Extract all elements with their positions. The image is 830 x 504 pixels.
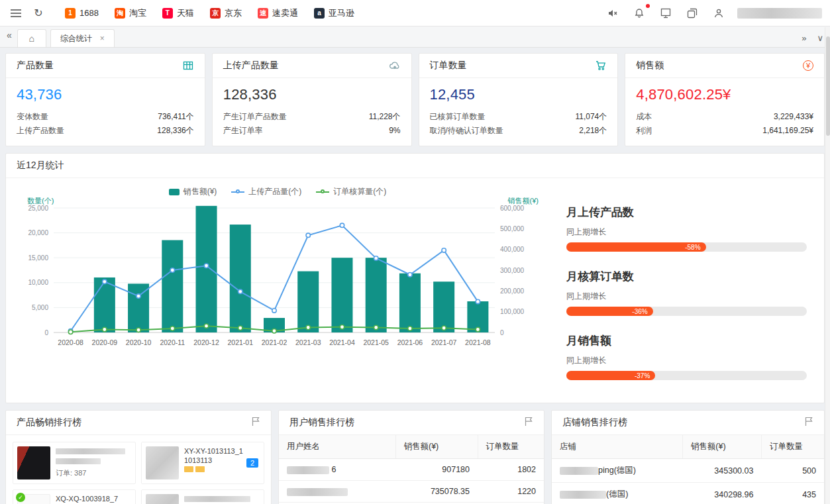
tab-menu-chevron-icon[interactable]: ∨ xyxy=(817,33,823,43)
blurred-text xyxy=(56,448,125,454)
tab-statistics[interactable]: 综合统计 × xyxy=(50,29,115,47)
bookmark-bar: 1 1688 淘 淘宝 T 天猫 京 京东 速 速卖通 a 亚马逊 xyxy=(57,5,362,22)
bookmark-label: 天猫 xyxy=(177,7,194,19)
top-browser-bar: ↻ 1 1688 淘 淘宝 T 天猫 京 京东 速 速卖通 a 亚马逊 xyxy=(0,0,830,26)
table-row: 735078.35 1220 xyxy=(279,481,544,503)
svg-text:2020-12: 2020-12 xyxy=(193,338,219,346)
kpi-label: 同上期增长 xyxy=(566,355,807,366)
bookmark-label: 速卖通 xyxy=(272,7,298,19)
stat-card-title: 产品数量 xyxy=(17,60,54,72)
column-header: 订单数量 xyxy=(478,435,544,459)
stat-value: 2,218个 xyxy=(579,124,607,138)
column-header: 销售额(¥) xyxy=(682,435,761,459)
flag-icon[interactable] xyxy=(524,417,533,428)
table-row: ping(德国) 345300.03 500 xyxy=(552,459,824,483)
svg-text:100,000: 100,000 xyxy=(500,308,525,315)
chart-area: 销售额(¥) 上传产品量(个) 订单核算量(个) 05,00010,00015,… xyxy=(13,182,543,397)
stat-value: 9% xyxy=(389,124,400,138)
kpi-title: 月核算订单数 xyxy=(566,269,807,284)
bookmark-jd[interactable]: 京 京东 xyxy=(202,5,250,22)
svg-text:2021-03: 2021-03 xyxy=(295,338,321,346)
bookmark-taobao[interactable]: 淘 淘宝 xyxy=(107,5,154,22)
vertical-scrollbar[interactable] xyxy=(825,27,830,504)
amazon-icon: a xyxy=(314,8,325,19)
svg-text:2021-07: 2021-07 xyxy=(431,338,457,346)
blurred-name xyxy=(287,488,348,496)
svg-text:2021-04: 2021-04 xyxy=(329,338,355,346)
bookmark-label: 亚马逊 xyxy=(329,7,354,19)
home-icon: ⌂ xyxy=(29,33,34,44)
svg-text:2021-08: 2021-08 xyxy=(465,338,491,346)
taobao-icon: 淘 xyxy=(115,8,125,19)
svg-text:500,000: 500,000 xyxy=(500,225,525,232)
scroll-tabs-right-icon[interactable]: » xyxy=(802,33,806,43)
combo-chart: 05,00010,00015,00020,00025,0000100,00020… xyxy=(13,197,543,351)
yen-icon: ¥ xyxy=(803,60,813,71)
column-header: 用户姓名 xyxy=(279,435,395,459)
aliexpress-icon: 速 xyxy=(258,8,268,19)
table-row: (德国) 340298.96 435 xyxy=(552,483,824,504)
home-tab[interactable]: ⌂ xyxy=(17,29,46,47)
kpi-panel: 月上传产品数 同上期增长 -58% 月核算订单数 同上期增长 -36% 月销售额… xyxy=(543,182,817,397)
flag-icon[interactable] xyxy=(804,417,813,428)
svg-text:2021-02: 2021-02 xyxy=(262,338,287,346)
flag-icon[interactable] xyxy=(251,417,260,428)
svg-text:600,000: 600,000 xyxy=(500,205,525,212)
close-icon[interactable]: × xyxy=(100,34,105,43)
scrollbar-thumb[interactable] xyxy=(826,36,830,136)
ranking-cards-row: 产品畅销排行榜 订单: 387 XY-XY-1 xyxy=(5,410,825,504)
refresh-icon[interactable]: ↻ xyxy=(30,5,46,21)
blurred-name xyxy=(560,467,598,475)
product-tile[interactable]: XY-1012408_1 xyxy=(141,489,264,504)
kpi-progress-fill: -37% xyxy=(566,371,655,380)
stat-value: 11,074个 xyxy=(575,110,607,124)
stat-card-products: 产品数量 43,736 变体数量736,411个 上传产品数量128,336个 xyxy=(5,53,205,146)
column-header: 店铺 xyxy=(552,435,682,459)
chart-card-title: 近12月统计 xyxy=(17,160,64,172)
stat-cards-row: 产品数量 43,736 变体数量736,411个 上传产品数量128,336个 … xyxy=(5,53,825,146)
svg-text:20,000: 20,000 xyxy=(28,229,48,236)
scroll-tabs-left-icon[interactable]: « xyxy=(7,26,12,47)
orders-value: 500 xyxy=(761,459,824,483)
legend-item-orders[interactable]: 订单核算量(个) xyxy=(316,186,386,197)
notification-bell-icon[interactable] xyxy=(631,5,647,21)
bookmark-label: 京东 xyxy=(225,7,242,19)
bookmark-aliexpress[interactable]: 速 速卖通 xyxy=(250,5,306,22)
orders-value: 435 xyxy=(761,483,824,504)
qr-code-icon[interactable] xyxy=(658,5,674,21)
svg-text:200,000: 200,000 xyxy=(500,287,525,295)
apps-icon[interactable] xyxy=(684,5,700,21)
stat-big-number: 4,870,602.25¥ xyxy=(636,86,813,103)
mute-icon[interactable] xyxy=(605,5,621,21)
notification-badge xyxy=(646,4,650,8)
orders-value: 1802 xyxy=(478,459,544,481)
stat-card-title: 订单数量 xyxy=(430,60,467,72)
sales-value: 735078.35 xyxy=(395,481,478,503)
bookmark-amazon[interactable]: a 亚马逊 xyxy=(306,5,362,22)
kpi-uploads: 月上传产品数 同上期增长 -58% xyxy=(566,205,807,252)
stat-card-orders: 订单数量 12,455 已核算订单数量11,074个 取消/待确认订单数量2,2… xyxy=(419,53,619,146)
legend-item-uploads[interactable]: 上传产品量(个) xyxy=(231,186,301,197)
svg-text:2021-01: 2021-01 xyxy=(227,338,253,346)
legend-bar-swatch xyxy=(169,189,180,195)
stat-big-number: 43,736 xyxy=(17,86,194,103)
product-tile[interactable]: XY-XY-1013113_1 1013113 2 xyxy=(141,442,264,484)
svg-text:25,000: 25,000 xyxy=(28,205,48,212)
product-tile[interactable]: 订单: 387 xyxy=(13,442,136,484)
legend-line-green xyxy=(316,191,329,193)
bookmark-label: 1688 xyxy=(79,8,99,18)
product-tile[interactable]: ✓ XQ-XQ-1003918_7 xyxy=(13,489,136,504)
legend-item-sales[interactable]: 销售额(¥) xyxy=(169,186,217,197)
blurred-text xyxy=(184,496,250,502)
kpi-progress-fill: -36% xyxy=(566,307,653,316)
svg-text:300,000: 300,000 xyxy=(500,267,525,274)
stat-card-uploaded: 上传产品数量 128,336 产生订单产品数量11,228个 产生订单率9% xyxy=(212,53,412,146)
kpi-orders: 月核算订单数 同上期增长 -36% xyxy=(566,269,807,316)
user-icon[interactable] xyxy=(711,5,727,21)
username-blurred xyxy=(737,8,822,19)
svg-text:0: 0 xyxy=(44,329,48,336)
menu-icon[interactable] xyxy=(8,5,24,21)
bookmark-1688[interactable]: 1 1688 xyxy=(57,5,107,21)
bookmark-tmall[interactable]: T 天猫 xyxy=(154,5,202,22)
svg-text:10,000: 10,000 xyxy=(28,279,48,286)
